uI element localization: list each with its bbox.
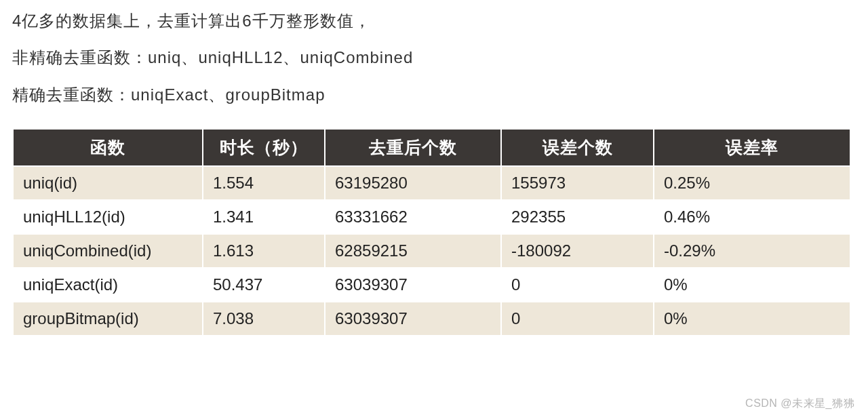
watermark: CSDN @未来星_狒狒 (745, 397, 854, 411)
th-error-count: 误差个数 (501, 129, 654, 166)
cell-func: uniqHLL12(id) (13, 200, 203, 234)
cell-distinct: 63331662 (325, 200, 501, 234)
cell-error-count: 292355 (501, 200, 654, 234)
table-row: uniqHLL12(id) 1.341 63331662 292355 0.46… (13, 200, 850, 234)
table-header-row: 函数 时长（秒） 去重后个数 误差个数 误差率 (13, 129, 850, 166)
table-row: uniq(id) 1.554 63195280 155973 0.25% (13, 166, 850, 200)
intro-line-2: 非精确去重函数：uniq、uniqHLL12、uniqCombined (12, 45, 856, 71)
cell-error-rate: 0% (654, 302, 850, 336)
cell-duration: 7.038 (203, 302, 325, 336)
cell-duration: 1.554 (203, 166, 325, 200)
cell-error-rate: -0.29% (654, 234, 850, 268)
cell-distinct: 63039307 (325, 268, 501, 302)
cell-distinct: 62859215 (325, 234, 501, 268)
th-duration: 时长（秒） (203, 129, 325, 166)
cell-duration: 1.613 (203, 234, 325, 268)
benchmark-table: 函数 时长（秒） 去重后个数 误差个数 误差率 uniq(id) 1.554 6… (12, 128, 851, 336)
cell-func: uniqExact(id) (13, 268, 203, 302)
cell-func: uniq(id) (13, 166, 203, 200)
cell-duration: 50.437 (203, 268, 325, 302)
cell-error-count: 0 (501, 268, 654, 302)
table-row: uniqExact(id) 50.437 63039307 0 0% (13, 268, 850, 302)
intro-line-3: 精确去重函数：uniqExact、groupBitmap (12, 82, 856, 108)
th-error-rate: 误差率 (654, 129, 850, 166)
cell-duration: 1.341 (203, 200, 325, 234)
th-func: 函数 (13, 129, 203, 166)
table-row: uniqCombined(id) 1.613 62859215 -180092 … (13, 234, 850, 268)
table-row: groupBitmap(id) 7.038 63039307 0 0% (13, 302, 850, 336)
cell-distinct: 63195280 (325, 166, 501, 200)
th-distinct: 去重后个数 (325, 129, 501, 166)
cell-error-count: 155973 (501, 166, 654, 200)
cell-error-rate: 0.46% (654, 200, 850, 234)
intro-line-1: 4亿多的数据集上，去重计算出6千万整形数值， (12, 8, 856, 34)
cell-func: groupBitmap(id) (13, 302, 203, 336)
cell-error-rate: 0% (654, 268, 850, 302)
cell-func: uniqCombined(id) (13, 234, 203, 268)
document-body: 4亿多的数据集上，去重计算出6千万整形数值， 非精确去重函数：uniq、uniq… (0, 0, 868, 344)
cell-error-count: -180092 (501, 234, 654, 268)
cell-error-count: 0 (501, 302, 654, 336)
cell-error-rate: 0.25% (654, 166, 850, 200)
cell-distinct: 63039307 (325, 302, 501, 336)
